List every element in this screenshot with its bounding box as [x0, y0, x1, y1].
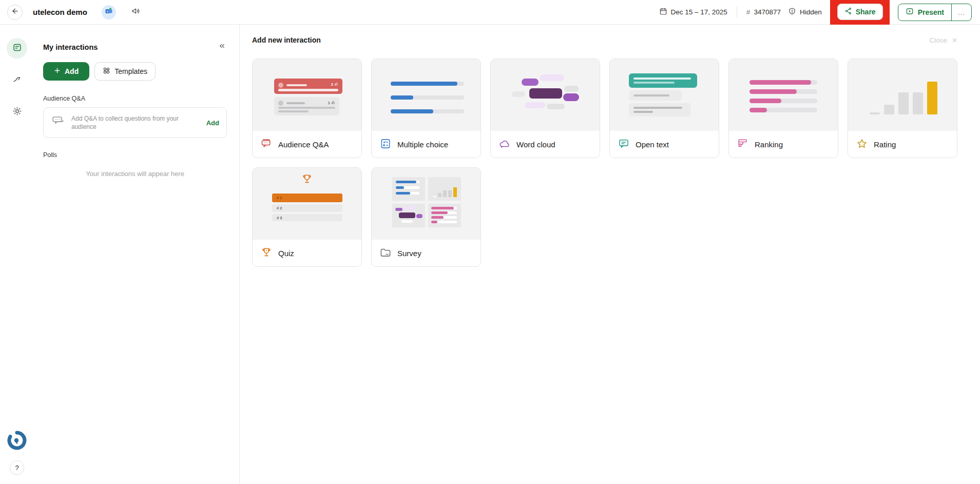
- panel-title: My interactions: [43, 43, 98, 51]
- qna-add-link[interactable]: Add: [206, 119, 219, 127]
- collapse-panel-button[interactable]: [217, 41, 227, 53]
- visibility-status: Hidden: [788, 7, 822, 17]
- card-quiz[interactable]: # 1 # 2 # 3 Quiz: [252, 167, 362, 267]
- top-bar: utelecon demo T Dec 15 – 17, 2025 # 3470…: [0, 0, 980, 25]
- card-label-text: Quiz: [278, 249, 294, 258]
- svg-text:T: T: [106, 10, 108, 13]
- card-ranking[interactable]: Ranking: [728, 59, 838, 158]
- back-arrow-icon: [11, 7, 19, 17]
- card-multiple-choice[interactable]: Multiple choice: [371, 59, 481, 158]
- folder-icon: [379, 246, 392, 260]
- polls-section-label: Polls: [43, 151, 227, 159]
- mentimeter-logo: [7, 431, 27, 452]
- interaction-type-grid: 2 1: [252, 59, 957, 267]
- card-label-text: Open text: [636, 140, 669, 149]
- card-label-text: Survey: [397, 249, 421, 258]
- survey-mini-wordcloud: [392, 204, 425, 227]
- rating-thumbnail: [848, 59, 957, 131]
- teams-integration-icon: T: [105, 7, 113, 17]
- ellipsis-icon: …: [957, 8, 966, 16]
- open-text-thumbnail: [610, 59, 719, 131]
- grid-icon: [103, 67, 110, 76]
- question-mark-icon: ?: [15, 464, 18, 472]
- announcements-button[interactable]: [131, 7, 140, 17]
- thumbs-up-icon: [332, 101, 335, 105]
- add-interaction-button[interactable]: Add: [43, 62, 89, 81]
- voting-code: # 3470877: [746, 8, 781, 16]
- card-survey[interactable]: Survey: [371, 167, 481, 267]
- ranking-thumbnail: [729, 59, 838, 131]
- card-label-text: Audience Q&A: [278, 140, 329, 149]
- trophy-icon: [301, 173, 313, 187]
- ranking-icon: [737, 138, 749, 151]
- rail-item-results[interactable]: [7, 70, 27, 90]
- card-word-cloud[interactable]: Word cloud: [490, 59, 600, 158]
- slides-icon: [12, 43, 22, 54]
- present-button[interactable]: Present: [898, 4, 951, 21]
- survey-mini-ranking: [428, 204, 461, 227]
- checklist-icon: [379, 138, 392, 151]
- trophy-icon: [260, 246, 273, 260]
- rail-item-interactions[interactable]: [7, 38, 27, 59]
- integration-button[interactable]: T: [102, 5, 116, 20]
- qna-promo-text: Add Q&A to collect questions from your a…: [71, 114, 200, 131]
- card-open-text[interactable]: Open text: [609, 59, 719, 158]
- share-button[interactable]: Share: [837, 4, 883, 20]
- calendar-icon: [659, 7, 667, 17]
- chevrons-left-icon: [218, 42, 226, 52]
- chat-bubbles-icon: [51, 114, 65, 131]
- gear-icon: [12, 106, 22, 118]
- divider: [737, 7, 737, 18]
- card-label-text: Multiple choice: [397, 140, 448, 149]
- share-nodes-icon: [844, 7, 852, 16]
- multiple-choice-thumbnail: [372, 59, 481, 131]
- star-icon: [856, 138, 868, 151]
- qna-promo-card: Add Q&A to collect questions from your a…: [43, 107, 227, 138]
- more-options-button[interactable]: …: [952, 4, 971, 21]
- card-label-text: Ranking: [755, 140, 783, 149]
- card-rating[interactable]: Rating: [848, 59, 957, 158]
- help-button[interactable]: ?: [10, 460, 24, 475]
- cloud-icon: [498, 138, 511, 151]
- present-play-icon: [906, 7, 914, 17]
- speech-bubble-icon: [618, 138, 630, 151]
- card-label-text: Word cloud: [516, 140, 555, 149]
- add-interaction-heading: Add new interaction: [252, 36, 321, 44]
- trending-up-icon: [12, 74, 22, 86]
- empty-state-text: Your interactions will appear here: [43, 170, 227, 178]
- annotation-highlight-box: Share: [830, 0, 890, 25]
- qna-thumbnail: 2 1: [253, 59, 361, 131]
- present-button-group: Present …: [898, 4, 972, 21]
- qna-section-label: Audience Q&A: [43, 95, 227, 102]
- plus-icon: [54, 67, 61, 75]
- hash-icon: #: [746, 8, 751, 16]
- survey-mini-choice: [392, 177, 425, 201]
- interactions-panel: My interactions Add Templates Audi: [34, 25, 240, 484]
- thumbs-up-icon: [335, 82, 338, 87]
- shield-alert-icon: [788, 7, 796, 17]
- back-button[interactable]: [7, 5, 23, 20]
- close-x-icon: ✕: [952, 36, 957, 44]
- card-label-text: Rating: [874, 140, 896, 149]
- survey-thumbnail: [372, 168, 481, 240]
- main-content: Add new interaction Close ✕ 2: [240, 25, 980, 484]
- card-audience-qna[interactable]: 2 1: [252, 59, 362, 158]
- megaphone-icon: [131, 7, 140, 17]
- presentation-title: utelecon demo: [33, 8, 87, 16]
- quiz-thumbnail: # 1 # 2 # 3: [253, 168, 361, 240]
- close-button[interactable]: Close ✕: [930, 36, 957, 44]
- templates-button[interactable]: Templates: [94, 62, 156, 81]
- rail-item-settings[interactable]: [7, 102, 27, 122]
- date-range: Dec 15 – 17, 2025: [659, 7, 727, 17]
- survey-mini-rating: [428, 177, 461, 201]
- qna-bubble-icon: [260, 138, 273, 151]
- word-cloud-thumbnail: [491, 59, 600, 131]
- left-rail: ?: [0, 25, 34, 484]
